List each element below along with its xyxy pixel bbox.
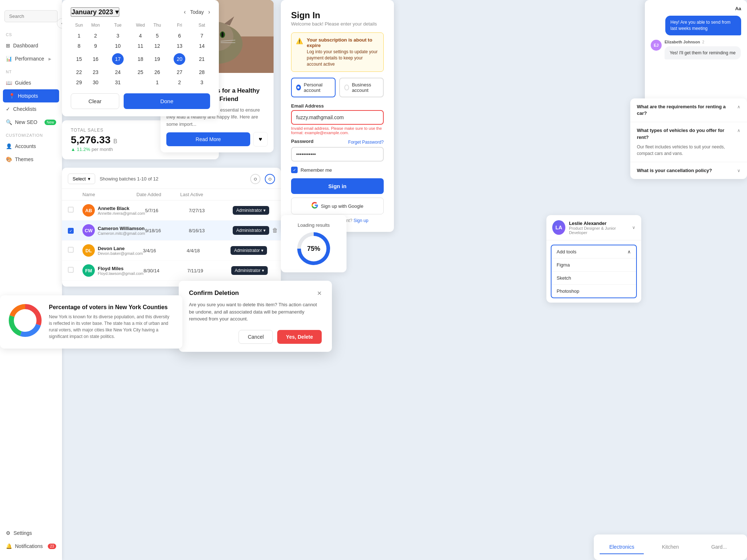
list-view-button[interactable]: ○ — [250, 174, 260, 184]
sidebar-item-settings[interactable]: ⚙ Settings — [0, 526, 62, 540]
read-more-button[interactable]: Read More — [166, 132, 250, 146]
calendar-day[interactable]: 12 — [149, 41, 165, 51]
signin-button[interactable]: Sign in — [291, 178, 384, 194]
calendar-day[interactable]: 22 — [71, 67, 87, 77]
calendar-day[interactable]: 11 — [132, 41, 149, 51]
calendar-day[interactable]: 2 — [166, 77, 194, 88]
calendar-day[interactable]: 14 — [194, 41, 210, 51]
tool-sketch[interactable]: Sketch — [551, 271, 636, 284]
tool-photoshop[interactable]: Photoshop — [551, 284, 636, 298]
today-button[interactable]: Today — [190, 9, 204, 15]
calendar-day[interactable]: 5 — [149, 31, 165, 41]
day-header-tue: Tue — [104, 23, 132, 31]
sidebar-item-notifications[interactable]: 🔔 Notifications 23 — [0, 540, 62, 553]
delete-row-button[interactable]: 🗑 — [272, 227, 278, 234]
tool-figma[interactable]: Figma — [551, 258, 636, 271]
checked-checkbox[interactable]: ✓ — [68, 228, 74, 234]
calendar-day[interactable]: 3 — [194, 77, 210, 88]
calendar-day[interactable]: 29 — [71, 77, 87, 88]
role-header — [224, 192, 275, 197]
favorite-button[interactable]: ♥ — [253, 132, 268, 147]
faq-question-2[interactable]: What types of vehicles do you offer for … — [637, 127, 740, 140]
calendar-day[interactable]: 13 — [166, 41, 194, 51]
calendar-day[interactable]: 25 — [132, 67, 149, 77]
role-badge[interactable]: Administrator ▾ — [233, 206, 270, 215]
calendar-day[interactable]: 31 — [104, 77, 132, 88]
sidebar-item-themes[interactable]: 🎨 Themes — [0, 153, 62, 166]
calendar-day[interactable]: 4 — [132, 31, 149, 41]
table-row: FM Floyd Miles Floyd.lawson@gmail.com 8/… — [62, 261, 281, 281]
remember-checkbox[interactable]: ✓ — [291, 167, 298, 173]
calendar-day[interactable]: 23 — [87, 67, 104, 77]
sidebar-item-guides[interactable]: 📖 Guides — [0, 76, 62, 89]
prev-month-button[interactable]: ‹ — [184, 9, 186, 15]
personal-account-button[interactable]: Personal account — [291, 78, 336, 97]
faq-question-1[interactable]: What are the requirements for renting a … — [637, 104, 740, 117]
row-checkbox[interactable] — [68, 267, 82, 274]
role-chevron-icon: ▾ — [263, 208, 266, 213]
calendar-day[interactable]: 3 — [104, 31, 132, 41]
category-kitchen[interactable]: Kitchen — [648, 540, 692, 554]
row-checkbox[interactable] — [68, 247, 82, 254]
signup-link[interactable]: Sign up — [353, 218, 368, 223]
calendar-day[interactable]: 16 — [87, 51, 104, 67]
role-badge[interactable]: Administrator ▾ — [231, 266, 268, 275]
calendar-day[interactable]: 21 — [194, 51, 210, 67]
unchecked-checkbox[interactable] — [68, 247, 74, 253]
calendar-day[interactable]: 20 — [166, 51, 194, 67]
role-badge[interactable]: Administrator ▾ — [231, 246, 267, 255]
calendar-day[interactable]: 18 — [132, 51, 149, 67]
calendar-day[interactable]: 6 — [166, 31, 194, 41]
unchecked-checkbox[interactable] — [68, 267, 74, 273]
sidebar-item-dashboard[interactable]: ⊞ Dashboard — [0, 39, 62, 52]
calendar-day[interactable]: 26 — [149, 67, 165, 77]
yes-delete-button[interactable]: Yes, Delete — [277, 330, 322, 344]
sidebar-item-performance[interactable]: 📊 Performance ▶ — [0, 52, 62, 65]
role-badge[interactable]: Administrator ▾ — [233, 226, 270, 235]
calendar-day[interactable]: 28 — [194, 67, 210, 77]
calendar-day[interactable]: 1 — [149, 77, 165, 88]
email-input[interactable] — [291, 110, 384, 125]
cancel-button[interactable]: Cancel — [239, 330, 273, 344]
row-checkbox[interactable]: ✓ — [68, 227, 82, 234]
sidebar-item-hotspots[interactable]: 📍 Hotspots — [3, 89, 59, 102]
sidebar-item-accounts[interactable]: 👤 Accounts — [0, 140, 62, 153]
calendar-day[interactable]: 9 — [87, 41, 104, 51]
calendar-day[interactable]: 7 — [194, 31, 210, 41]
sidebar-item-checklists[interactable]: ✓ Checklists — [0, 102, 62, 116]
profile-name: Leslie Alexander — [569, 221, 628, 226]
calendar-day[interactable]: 8 — [71, 41, 87, 51]
profile-chevron-icon[interactable]: ∨ — [632, 225, 635, 230]
clear-button[interactable]: Clear — [71, 93, 119, 109]
next-month-button[interactable]: › — [208, 9, 210, 15]
search-input[interactable] — [4, 10, 58, 22]
calendar-day[interactable]: 10 — [104, 41, 132, 51]
month-selector[interactable]: January 2023 ▾ — [71, 7, 119, 17]
calendar-day[interactable]: 24 — [104, 67, 132, 77]
calendar-day[interactable]: 27 — [166, 67, 194, 77]
category-electronics[interactable]: Electronics — [600, 540, 644, 554]
calendar-day[interactable]: 15 — [71, 51, 87, 67]
grid-view-button[interactable]: ○ — [265, 174, 275, 184]
google-signup-button[interactable]: Sign up with Google — [291, 198, 384, 214]
calendar-day[interactable]: 17 — [104, 51, 132, 67]
batch-select-dropdown[interactable]: Select ▾ — [68, 174, 95, 184]
modal-close-button[interactable]: ✕ — [317, 290, 322, 297]
unchecked-checkbox[interactable] — [68, 207, 74, 213]
faq-question-text: What are the requirements for renting a … — [637, 104, 734, 117]
faq-question-3[interactable]: What is your cancellation policy? ∨ — [637, 167, 740, 174]
row-checkbox[interactable] — [68, 207, 82, 214]
calendar-day[interactable]: 2 — [87, 31, 104, 41]
calendar-day[interactable]: 1 — [71, 31, 87, 41]
calendar-day[interactable]: 30 — [87, 77, 104, 88]
calendar-actions: Clear Done — [71, 93, 210, 109]
calendar-day[interactable] — [132, 77, 149, 88]
calendar-day[interactable]: 19 — [149, 51, 165, 67]
category-garden[interactable]: Gard... — [697, 540, 741, 554]
business-account-button[interactable]: Business account — [339, 78, 384, 97]
forget-password-link[interactable]: Forget Password? — [348, 140, 384, 145]
done-button[interactable]: Done — [124, 93, 210, 109]
password-input[interactable] — [291, 147, 384, 162]
tools-dropdown-header[interactable]: Add tools ∧ — [551, 245, 636, 258]
sidebar-item-seo[interactable]: 🔍 New SEO New — [0, 116, 62, 129]
